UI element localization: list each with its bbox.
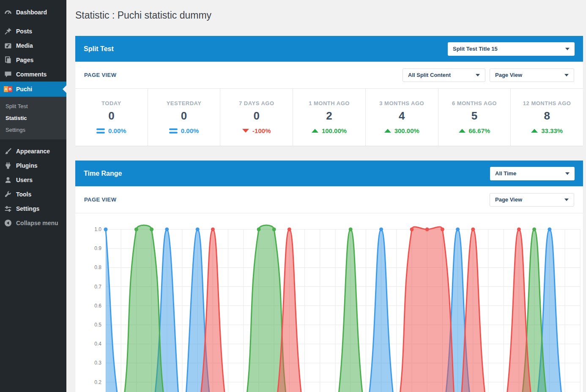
svg-text:1.0: 1.0 [94, 226, 101, 232]
chevron-down-icon [565, 48, 570, 50]
triangle-up-icon [459, 129, 466, 133]
stat-percent: 66.67% [469, 127, 490, 134]
stat-percent: 100.00% [322, 127, 347, 134]
stat-card-7-days: 7 DAYS AGO 0 -100% [220, 89, 293, 146]
dashboard-icon [4, 8, 12, 16]
sidebar-item-users[interactable]: Users [0, 173, 66, 187]
menu-separator [0, 19, 66, 24]
submenu-item-settings[interactable]: Settings [0, 124, 66, 136]
sidebar-item-label: Appearance [16, 148, 50, 155]
split-test-panel: Split Test Split Test Title 15 PAGE VIEW… [75, 36, 583, 146]
svg-text:0.7: 0.7 [94, 284, 101, 290]
sidebar-item-settings[interactable]: Settings [0, 201, 66, 216]
svg-text:0.6: 0.6 [94, 303, 101, 309]
svg-text:0.2: 0.2 [94, 379, 101, 385]
admin-sidebar: Dashboard Posts Media Pages Comments AB … [0, 0, 66, 392]
triangle-up-icon [312, 129, 318, 133]
submenu-item-statistic[interactable]: Statistic [0, 112, 66, 124]
svg-text:0.5: 0.5 [94, 322, 101, 328]
sidebar-item-tools[interactable]: Tools [0, 187, 66, 201]
triangle-down-icon [242, 129, 249, 133]
stat-percent: 0.00% [181, 127, 199, 134]
page-view-label: PAGE VIEW [84, 72, 116, 78]
sidebar-item-plugins[interactable]: Plugins [0, 158, 66, 173]
sidebar-item-puchi[interactable]: AB Puchi [0, 82, 66, 97]
tools-icon [4, 190, 12, 199]
chevron-down-icon [564, 74, 569, 76]
sidebar-item-posts[interactable]: Posts [0, 24, 66, 38]
chevron-down-icon [476, 74, 480, 76]
select-value: Page View [495, 72, 522, 78]
chevron-down-icon [565, 172, 570, 175]
stat-card-today: TODAY 0 0.00% [75, 89, 148, 146]
pages-icon [4, 56, 12, 64]
stat-card-6-months: 6 MONTHS AGO 5 66.67% [438, 89, 511, 146]
time-range-filter-row: PAGE VIEW Page View [75, 186, 583, 213]
page-title: Statistic : Puchi statistic dummy [75, 10, 583, 21]
sidebar-item-label: Puchi [16, 86, 32, 93]
stat-percent: 33.33% [541, 127, 563, 134]
puchi-ab-icon: AB [4, 85, 12, 93]
sidebar-item-appearance[interactable]: Appearance [0, 144, 66, 158]
chevron-down-icon [564, 199, 569, 201]
stat-card-yesterday: YESTERDAY 0 0.00% [148, 89, 221, 146]
select-value: All Time [495, 170, 516, 177]
submenu-item-split-test[interactable]: Split Test [0, 100, 66, 112]
media-icon [4, 41, 12, 50]
equal-trend-icon [169, 128, 178, 133]
pushpin-icon [4, 27, 12, 35]
triangle-up-icon [384, 129, 391, 133]
stat-percent: 300.00% [394, 127, 419, 134]
users-icon [4, 176, 12, 184]
menu-separator [0, 139, 66, 144]
sidebar-item-comments[interactable]: Comments [0, 67, 66, 82]
panel-title: Split Test [84, 45, 114, 53]
time-range-chart[interactable]: 1.00.90.80.70.60.50.40.30.20.10.0 [75, 213, 583, 392]
sidebar-item-label: Media [16, 42, 33, 49]
split-test-title-select[interactable]: Split Test Title 15 [448, 42, 575, 56]
split-content-select[interactable]: All Split Content [403, 68, 485, 82]
panel-title: Time Range [84, 170, 122, 177]
stat-card-12-months: 12 MONTHS AGO 8 33.33% [511, 89, 583, 146]
sidebar-item-label: Pages [16, 57, 33, 63]
svg-text:0.9: 0.9 [94, 245, 101, 251]
plugins-icon [4, 161, 12, 170]
sidebar-item-pages[interactable]: Pages [0, 53, 66, 67]
sidebar-item-label: Collapse menu [16, 220, 58, 226]
sidebar-item-dashboard[interactable]: Dashboard [0, 5, 66, 19]
page-view-label: PAGE VIEW [84, 196, 116, 203]
sidebar-item-collapse-menu[interactable]: Collapse menu [0, 216, 66, 230]
svg-text:0.3: 0.3 [94, 360, 101, 366]
stat-card-3-months: 3 MONTHS AGO 4 300.00% [366, 89, 438, 146]
main-content: Statistic : Puchi statistic dummy Split … [66, 0, 586, 392]
time-range-panel-header: Time Range All Time [75, 161, 583, 186]
stats-row: TODAY 0 0.00% YESTERDAY 0 0.00% 7 DAYS A… [75, 89, 583, 146]
puchi-submenu: Split Test Statistic Settings [0, 97, 66, 139]
settings-sliders-icon [4, 204, 12, 213]
sidebar-item-label: Plugins [16, 162, 38, 169]
metric-select[interactable]: Page View [490, 68, 574, 82]
stat-percent: -100% [252, 127, 271, 134]
sidebar-item-label: Comments [16, 71, 47, 78]
sidebar-item-label: Tools [16, 191, 31, 198]
chart-area: 1.00.90.80.70.60.50.40.30.20.10.0 [75, 213, 583, 392]
svg-text:0.8: 0.8 [94, 264, 101, 270]
equal-trend-icon [96, 128, 105, 133]
svg-text:0.4: 0.4 [94, 341, 101, 347]
stat-percent: 0.00% [108, 127, 126, 134]
select-value: Split Test Title 15 [453, 46, 498, 52]
triangle-up-icon [531, 129, 538, 133]
split-test-filter-row: PAGE VIEW All Split Content Page View [75, 62, 583, 89]
metric-select[interactable]: Page View [490, 193, 574, 207]
select-value: All Split Content [408, 72, 451, 78]
time-range-panel: Time Range All Time PAGE VIEW Page View … [75, 161, 583, 392]
sidebar-item-label: Settings [16, 205, 39, 212]
time-range-select[interactable]: All Time [490, 167, 575, 180]
sidebar-item-media[interactable]: Media [0, 38, 66, 53]
collapse-menu-icon [4, 219, 12, 227]
sidebar-item-label: Posts [16, 28, 32, 35]
sidebar-item-label: Dashboard [16, 9, 47, 16]
appearance-icon [4, 147, 12, 155]
comments-icon [4, 70, 12, 79]
stat-card-1-month: 1 MONTH AGO 2 100.00% [293, 89, 366, 146]
